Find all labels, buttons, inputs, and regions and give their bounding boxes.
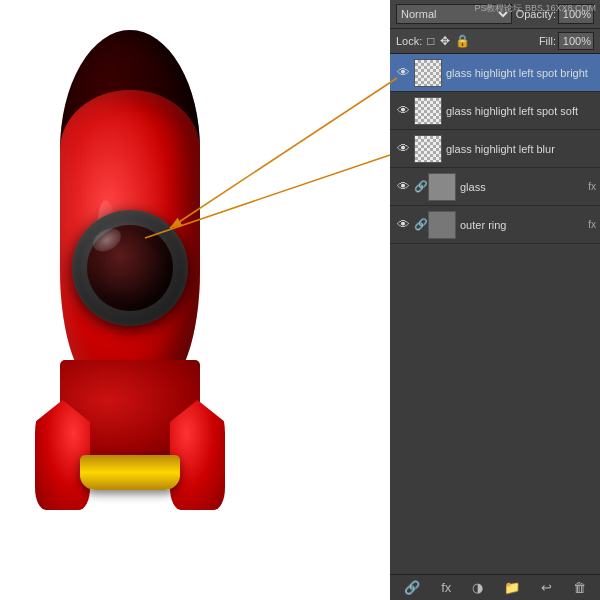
layer-thumb-2 [414,97,442,125]
layer-row-glass-highlight-spot-soft[interactable]: 👁 glass highlight left spot soft [390,92,600,130]
layer-name-2: glass highlight left spot soft [446,105,596,117]
opacity-row: Opacity: [516,4,594,24]
lock-move-icon[interactable]: ✥ [440,34,450,48]
fill-row: Fill: [539,32,594,50]
link-layers-button[interactable]: 🔗 [401,580,423,595]
opacity-input[interactable] [558,4,594,24]
fill-input[interactable] [558,32,594,50]
layers-panel: PS教程论坛 BBS.16XX8.COM Normal Opacity: Loc… [390,0,600,600]
rocket-nozzle [80,455,180,490]
layer-row-glass[interactable]: 👁 🔗 glass fx [390,168,600,206]
new-group-button[interactable]: 📁 [501,580,523,595]
opacity-label: Opacity: [516,8,556,20]
lock-fill-row: Lock: □ ✥ 🔒 Fill: [390,29,600,54]
new-layer-button[interactable]: ↩ [538,580,555,595]
layer-name-1: glass highlight left spot bright [446,67,596,79]
chain-icon-5[interactable]: 🔗 [414,218,428,231]
layer-name-4: glass [460,181,586,193]
fx-badge-5: fx [588,219,596,230]
rocket-illustration: PS5 [30,10,230,580]
fill-label: Fill: [539,35,556,47]
add-mask-button[interactable]: ◑ [469,580,486,595]
visibility-icon-2[interactable]: 👁 [394,103,412,118]
blend-opacity-row: Normal Opacity: [390,0,600,29]
layer-thumb-4 [428,173,456,201]
rocket-canvas: PS5 [0,0,310,600]
visibility-icon-4[interactable]: 👁 [394,179,412,194]
visibility-icon-5[interactable]: 👁 [394,217,412,232]
lock-label: Lock: [396,35,422,47]
delete-layer-button[interactable]: 🗑 [570,580,589,595]
layer-row-glass-highlight-blur[interactable]: 👁 glass highlight left blur [390,130,600,168]
layer-name-5: outer ring [460,219,586,231]
blend-mode-select[interactable]: Normal [396,4,512,24]
layer-row-outer-ring[interactable]: 👁 🔗 outer ring fx [390,206,600,244]
visibility-icon-3[interactable]: 👁 [394,141,412,156]
lock-all-icon[interactable]: 🔒 [455,34,470,48]
layer-thumb-3 [414,135,442,163]
panel-bottom-toolbar: 🔗 fx ◑ 📁 ↩ 🗑 [390,574,600,600]
layer-thumb-5 [428,211,456,239]
layer-thumb-1 [414,59,442,87]
layer-name-3: glass highlight left blur [446,143,596,155]
chain-icon-4[interactable]: 🔗 [414,180,428,193]
rocket-fin-right [170,400,225,510]
visibility-icon-1[interactable]: 👁 [394,65,412,80]
fx-badge-4: fx [588,181,596,192]
layer-row-glass-highlight-spot-bright[interactable]: 👁 glass highlight left spot bright [390,54,600,92]
add-style-button[interactable]: fx [438,580,454,595]
lock-pixels-icon[interactable]: □ [427,34,434,48]
